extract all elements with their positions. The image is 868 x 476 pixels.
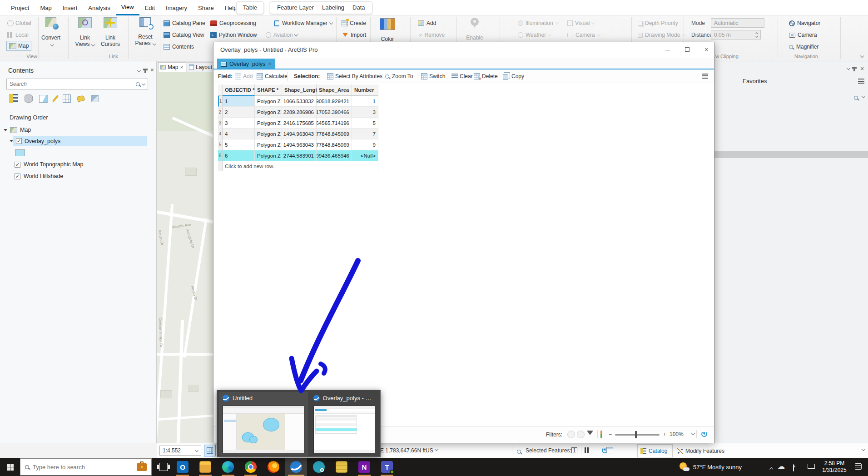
zoom-slider-track[interactable] bbox=[615, 434, 660, 436]
layer-checkbox[interactable] bbox=[16, 138, 22, 144]
preview-thumbnail-table[interactable] bbox=[313, 406, 375, 453]
table-cell[interactable]: 1494.963043 bbox=[282, 129, 317, 139]
zoom-to-button[interactable]: Zoom To bbox=[385, 71, 413, 82]
table-cell[interactable]: Polygon Z bbox=[255, 118, 282, 129]
row-selector[interactable]: 1 bbox=[218, 96, 223, 107]
switch-selection-button[interactable]: Switch bbox=[421, 71, 445, 82]
column-header-objectid[interactable]: OBJECTID * bbox=[223, 84, 255, 96]
calculate-field-button[interactable]: Calculate bbox=[257, 71, 288, 82]
table-cell[interactable]: 1 bbox=[352, 96, 378, 107]
contents-button[interactable]: Contents bbox=[164, 42, 194, 52]
sort-updown-icon[interactable] bbox=[600, 431, 602, 438]
camera-tool-button[interactable]: Camera bbox=[789, 30, 817, 40]
mode-input[interactable]: Automatic bbox=[711, 18, 764, 28]
table-menu-icon[interactable] bbox=[702, 74, 708, 79]
taskbar-app-explorer[interactable] bbox=[194, 458, 216, 476]
layers-popup-icon[interactable] bbox=[606, 447, 613, 453]
table-cell[interactable]: Polygon Z bbox=[255, 129, 282, 139]
menu-view[interactable]: View bbox=[116, 0, 139, 15]
menu-project[interactable]: Project bbox=[5, 1, 35, 15]
preview-card-overlay-polys[interactable]: Overlay_polys - Unti... bbox=[310, 392, 379, 456]
table-tab[interactable]: Overlay_polys bbox=[217, 59, 275, 69]
list-by-snapping-icon[interactable] bbox=[63, 94, 71, 103]
search-icon[interactable] bbox=[854, 96, 858, 100]
list-by-data-source-icon[interactable] bbox=[25, 94, 33, 103]
table-cell[interactable]: 1 bbox=[223, 96, 255, 107]
navigator-button[interactable]: Navigator bbox=[789, 18, 820, 28]
delete-selection-button[interactable]: ×Delete bbox=[474, 71, 498, 82]
preview-thumbnail-map[interactable] bbox=[223, 406, 304, 453]
tab-map[interactable]: Map bbox=[158, 62, 186, 72]
geoprocessing-button[interactable]: Geoprocessing bbox=[210, 18, 256, 28]
polygon-symbol-swatch[interactable] bbox=[15, 149, 25, 156]
selection-box-icon[interactable] bbox=[571, 447, 577, 453]
task-view-button[interactable] bbox=[153, 458, 174, 476]
list-by-labeling-icon[interactable] bbox=[77, 95, 85, 102]
select-by-attributes-button[interactable]: Select By Attributes bbox=[327, 71, 382, 82]
pane-menu-chevron-icon[interactable] bbox=[137, 69, 141, 72]
pane-chevron-icon[interactable] bbox=[847, 66, 850, 70]
map-view-button[interactable]: Map bbox=[6, 41, 31, 51]
table-cell[interactable]: 3 bbox=[223, 118, 255, 129]
search-options-chevron-icon[interactable] bbox=[142, 82, 145, 85]
python-window-button[interactable]: >_Python Window bbox=[210, 30, 257, 40]
start-button[interactable] bbox=[0, 458, 20, 476]
tab-data[interactable]: Data bbox=[348, 2, 369, 14]
taskbar-app-arccatalog[interactable] bbox=[331, 458, 352, 476]
aviation-button[interactable]: Aviation bbox=[266, 30, 298, 40]
column-header-length[interactable]: Shape_Length bbox=[282, 84, 317, 96]
filter-time-icon[interactable] bbox=[567, 431, 575, 438]
tab-feature-layer[interactable]: Feature Layer bbox=[273, 2, 318, 14]
menu-map[interactable]: Map bbox=[35, 1, 57, 15]
taskbar-app-firefox[interactable] bbox=[263, 458, 284, 476]
magnifier-button[interactable]: Magnifier bbox=[789, 42, 818, 52]
table-cell[interactable]: 2289.286986 bbox=[282, 107, 317, 118]
corner-cell[interactable] bbox=[218, 84, 223, 96]
weather-button[interactable]: Weather bbox=[518, 30, 551, 40]
catalog-view-button[interactable]: Catalog View bbox=[164, 30, 204, 40]
taskbar-app-edge[interactable] bbox=[217, 458, 239, 476]
local-button[interactable]: Local bbox=[7, 30, 29, 40]
zoom-to-selected-icon[interactable] bbox=[517, 450, 521, 454]
refresh-icon[interactable] bbox=[701, 431, 707, 437]
layer-item-world-topographic[interactable]: World Topographic Map bbox=[15, 161, 84, 168]
illumination-button[interactable]: Illumination bbox=[518, 18, 558, 28]
collapse-ribbon-icon[interactable] bbox=[860, 54, 864, 58]
coordinates-display[interactable]: E 1,783,647.66N ftUS bbox=[380, 447, 433, 454]
pin-icon[interactable] bbox=[144, 69, 146, 73]
column-header-shape[interactable]: SHAPE * bbox=[255, 84, 282, 96]
expand-triangle-icon[interactable] bbox=[10, 140, 13, 142]
hamburger-menu-icon[interactable] bbox=[858, 79, 864, 84]
map-scale-select[interactable]: 1:4,552 bbox=[159, 446, 201, 456]
zoom-slider-handle[interactable] bbox=[635, 431, 637, 438]
add-button[interactable]: Add bbox=[418, 18, 436, 28]
table-cell[interactable]: 417052.390466 bbox=[317, 107, 352, 118]
dock-chevron-icon[interactable] bbox=[862, 447, 865, 451]
table-cell[interactable]: 1066.533832 bbox=[282, 96, 317, 107]
table-cell[interactable]: 5 bbox=[223, 139, 255, 150]
snapping-toggle-button[interactable] bbox=[204, 445, 216, 456]
reset-panes-button[interactable]: Reset Panes bbox=[134, 16, 157, 46]
pause-drawing-icon[interactable] bbox=[585, 447, 589, 453]
tray-expand-icon[interactable] bbox=[769, 467, 773, 471]
contents-search-input[interactable] bbox=[10, 81, 136, 87]
search-chevron-icon[interactable] bbox=[862, 94, 865, 98]
table-cell[interactable]: 9 bbox=[352, 139, 378, 150]
layer-item-world-hillshade[interactable]: World Hillshade bbox=[15, 173, 63, 179]
taskbar-app-teams[interactable]: T bbox=[376, 458, 398, 476]
remove-button[interactable]: ×Remove bbox=[419, 30, 445, 40]
column-header-area[interactable]: Shape_Area bbox=[317, 84, 352, 96]
create-button[interactable]: Create bbox=[342, 18, 366, 28]
map-view[interactable]: Map Layout Atlantis Ave Forum Dr Acropol… bbox=[157, 61, 213, 443]
zoom-percent[interactable]: 100% bbox=[670, 431, 684, 437]
table-cell[interactable]: 2744.583901 bbox=[282, 150, 317, 161]
table-cell[interactable]: 6 bbox=[223, 150, 255, 161]
coords-chevron-icon[interactable] bbox=[435, 447, 438, 451]
visual-button[interactable]: Visual bbox=[567, 18, 595, 28]
catalog-dock-tab[interactable]: Catalog bbox=[637, 444, 673, 457]
filter-funnel-icon[interactable] bbox=[587, 431, 593, 438]
list-by-drawing-order-icon[interactable] bbox=[9, 94, 18, 103]
table-cell[interactable]: 4 bbox=[223, 129, 255, 139]
menu-analysis[interactable]: Analysis bbox=[83, 1, 115, 15]
workflow-manager-button[interactable]: Workflow Manager bbox=[274, 18, 332, 28]
